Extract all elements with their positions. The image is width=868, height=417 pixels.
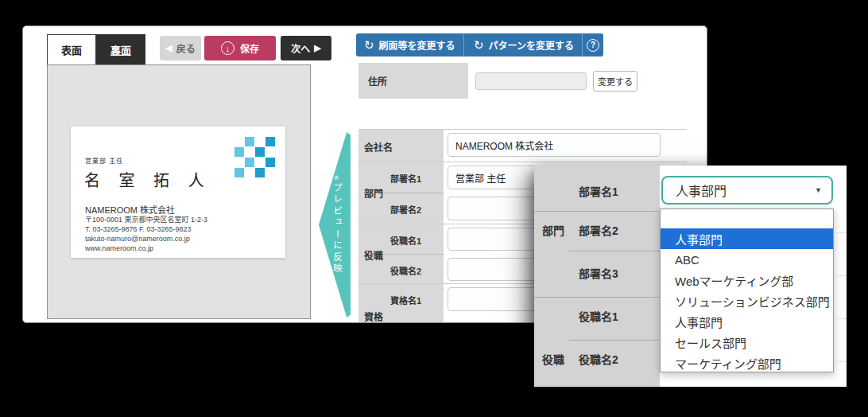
save-button-label: 保存 — [240, 41, 259, 55]
dropdown-option[interactable]: Webマーケティング部 — [661, 270, 833, 290]
change-print-surface-button[interactable]: ↻ 刷面等を変更する — [356, 33, 464, 57]
dept1-select[interactable]: 人事部門 ▼ — [661, 176, 833, 205]
card-contact-block: 〒100-0001 東京都中央区名室町 1-2-3 T. 03-3265-987… — [85, 215, 207, 253]
change-print-surface-label: 刷面等を変更する — [379, 38, 455, 52]
tab-front-label: 表面 — [61, 42, 82, 57]
apply-to-preview-label: «プレビューに反映 — [326, 175, 343, 275]
group-label-position: 役職 — [364, 248, 383, 262]
save-button[interactable]: ↓ 保存 — [204, 36, 276, 60]
address-change-label: 変更する — [598, 75, 633, 88]
overlay-group-position: 役職 — [542, 351, 564, 367]
change-pattern-button[interactable]: ↻ パターンを変更する — [466, 33, 583, 57]
nameroom-logo-icon — [234, 137, 275, 177]
pos2-label: 役職名2 — [390, 264, 421, 277]
card-department-title: 営業部 主任 — [85, 156, 123, 165]
tab-front-side[interactable]: 表面 — [47, 34, 96, 64]
back-button[interactable]: ◀ 戻る — [160, 36, 201, 60]
card-person-name: 名 室 拓 人 — [84, 168, 211, 191]
change-pattern-label: パターンを変更する — [489, 38, 574, 52]
card-company-name: NAMEROOM 株式会社 — [85, 203, 175, 216]
card-email: takuto-namuro@nameroom.co.jp — [85, 234, 207, 244]
dropdown-option[interactable]: マーケティング部門 — [661, 353, 833, 373]
overlay-dept2-label: 部署名2 — [579, 222, 618, 238]
row-divider — [381, 193, 444, 193]
next-arrow-icon: ▶ — [314, 43, 320, 53]
card-address: 〒100-0001 東京都中央区名室町 1-2-3 — [85, 215, 207, 224]
dept2-label: 部署名2 — [390, 203, 421, 216]
qual1-label: 資格名1 — [390, 294, 421, 306]
chevron-down-icon: ▼ — [815, 186, 822, 194]
dropdown-option[interactable] — [661, 209, 833, 228]
dropdown-option-selected[interactable]: 人事部門 — [661, 228, 833, 249]
dropdown-option[interactable]: 人事部門 — [661, 311, 833, 332]
download-icon: ↓ — [221, 41, 234, 55]
desktop-background: 表面 裏面 ◀ 戻る ↓ 保存 次へ ▶ ↻ 刷面等を変更する ? — [0, 0, 868, 417]
overlay-pos1-label: 役職名1 — [579, 308, 618, 324]
row-divider — [569, 251, 660, 251]
card-phone: T. 03-3265-9876 F. 03-3265-9823 — [85, 224, 207, 234]
change-pattern-help-button[interactable]: ? — [583, 33, 603, 57]
dept1-label: 部署名1 — [390, 172, 421, 185]
overlay-dept3-label: 部署名3 — [579, 265, 618, 281]
next-button[interactable]: 次へ ▶ — [281, 36, 331, 60]
dropdown-option[interactable]: ソリューションビジネス部門 — [661, 290, 833, 311]
row-divider — [534, 211, 660, 212]
overlay-dept1-label: 部署名1 — [579, 183, 618, 199]
card-website: www.nameroom.co.jp — [85, 244, 207, 253]
company-name-input[interactable] — [448, 133, 661, 157]
help-icon: ? — [587, 39, 599, 52]
change-pattern-group: ↻ パターンを変更する ? — [466, 33, 603, 57]
row-divider — [358, 129, 687, 130]
overlay-group-department: 部門 — [542, 222, 564, 238]
address-change-button[interactable]: 変更する — [593, 71, 637, 92]
address-input[interactable] — [475, 72, 587, 90]
business-card-preview: 営業部 主任 名 室 拓 人 NAMEROOM 株式会社 〒100-0001 東… — [71, 127, 285, 258]
next-button-label: 次へ — [291, 41, 310, 55]
refresh-icon: ↻ — [474, 38, 484, 53]
group-label-qualification: 資格 — [364, 310, 383, 323]
dropdown-option[interactable]: セールス部門 — [661, 332, 833, 353]
overlay-pos2-label: 役職名2 — [579, 351, 618, 367]
address-label-cell: 住所 — [358, 63, 468, 99]
row-divider — [358, 162, 687, 162]
dept1-select-value: 人事部門 — [676, 181, 727, 200]
dropdown-option[interactable]: ABC — [661, 249, 833, 270]
refresh-icon: ↻ — [364, 38, 374, 53]
department-zoom-panel: 部署名1 部門 部署名2 部署名3 役職名1 役職 役職名2 人事部門 ▼ 人事… — [534, 166, 847, 387]
row-divider — [381, 254, 444, 255]
tab-back-label: 裏面 — [110, 42, 131, 57]
card-preview-panel: 営業部 主任 名 室 拓 人 NAMEROOM 株式会社 〒100-0001 東… — [47, 64, 311, 319]
back-button-label: 戻る — [176, 41, 196, 55]
back-arrow-icon: ◀ — [165, 43, 172, 53]
company-name-label: 会社名 — [364, 140, 393, 154]
row-divider — [569, 340, 660, 341]
tab-back-side[interactable]: 裏面 — [96, 34, 145, 64]
dept1-dropdown-list: 人事部門 ABC Webマーケティング部 ソリューションビジネス部門 人事部門 … — [660, 208, 834, 372]
row-divider — [534, 297, 660, 298]
address-label: 住所 — [368, 74, 387, 88]
pos1-label: 役職名1 — [390, 234, 421, 247]
group-label-department: 部門 — [364, 186, 383, 200]
apply-to-preview-arrow[interactable]: «プレビューに反映 — [319, 132, 351, 318]
